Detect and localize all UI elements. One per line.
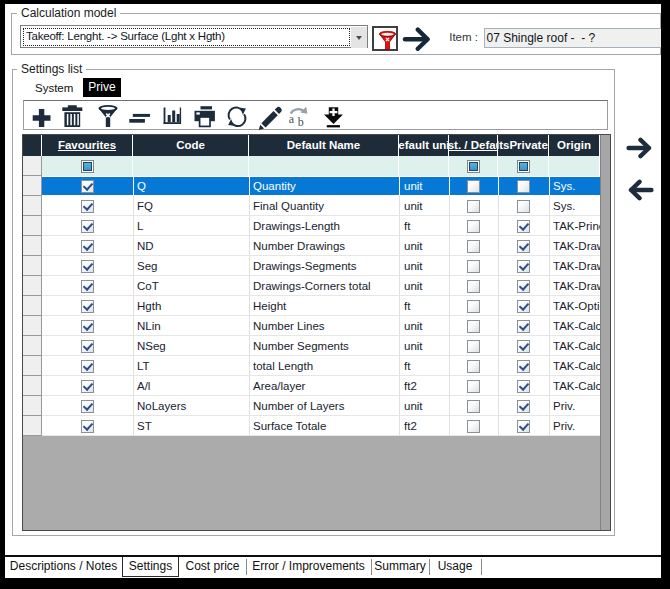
svg-text:a: a <box>289 112 295 126</box>
svg-text:b: b <box>298 115 304 129</box>
